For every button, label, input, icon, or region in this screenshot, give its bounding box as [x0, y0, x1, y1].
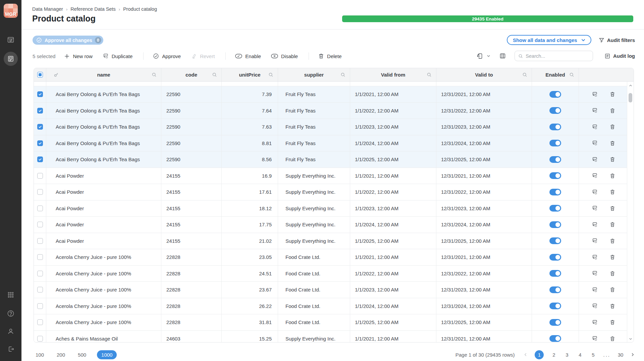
approve-all-changes-button[interactable]: Approve all changes 0	[33, 36, 103, 45]
duplicate-row-icon[interactable]	[592, 222, 598, 228]
delete-row-icon[interactable]	[610, 156, 615, 162]
disable-button[interactable]: Disable	[271, 53, 298, 59]
row-checkbox[interactable]	[37, 336, 43, 342]
new-row-button[interactable]: New row	[64, 53, 92, 59]
delete-row-icon[interactable]	[610, 173, 615, 179]
enabled-toggle[interactable]	[549, 189, 561, 195]
row-checkbox[interactable]	[37, 91, 43, 97]
page-size-button[interactable]: 500	[76, 350, 88, 359]
reference-data-sets-icon[interactable]	[7, 36, 15, 44]
row-checkbox[interactable]	[37, 173, 43, 179]
duplicate-row-icon[interactable]	[592, 238, 598, 244]
breadcrumb-reference-data-sets[interactable]: Reference Data Sets	[70, 6, 116, 12]
row-checkbox[interactable]	[37, 319, 43, 325]
duplicate-button[interactable]: Duplicate	[103, 53, 133, 59]
vertical-scrollbar[interactable]	[627, 82, 634, 343]
row-checkbox[interactable]	[37, 108, 43, 114]
table-row[interactable]: Acerola Cherry Juice - pure 100% 22828 2…	[34, 282, 628, 298]
duplicate-row-icon[interactable]	[592, 254, 598, 260]
enabled-toggle[interactable]	[549, 172, 561, 179]
delete-row-icon[interactable]	[610, 303, 615, 309]
apps-grid-icon[interactable]	[7, 291, 14, 299]
delete-row-icon[interactable]	[610, 222, 615, 227]
delete-row-icon[interactable]	[610, 108, 615, 114]
delete-row-icon[interactable]	[610, 287, 615, 292]
row-checkbox[interactable]	[37, 287, 43, 292]
delete-row-icon[interactable]	[610, 254, 615, 260]
row-checkbox[interactable]	[37, 222, 43, 227]
delete-row-icon[interactable]	[610, 124, 615, 130]
enabled-toggle[interactable]	[549, 221, 561, 228]
row-checkbox[interactable]	[37, 156, 43, 162]
page-number-button[interactable]: 2	[551, 350, 557, 359]
show-all-data-dropdown[interactable]: Show all data and changes	[507, 35, 591, 45]
column-header-valid-to[interactable]: Valid to	[436, 68, 532, 81]
enabled-toggle[interactable]	[549, 286, 561, 293]
row-checkbox[interactable]	[37, 271, 43, 276]
page-size-button[interactable]: 200	[55, 350, 67, 359]
page-number-button[interactable]: ...	[603, 350, 610, 359]
page-size-button[interactable]: 1000	[97, 350, 117, 359]
duplicate-row-icon[interactable]	[592, 335, 598, 342]
delete-button[interactable]: Delete	[318, 53, 341, 59]
table-row[interactable]: Acai Powder 24155 18.12 Supply Everythin…	[34, 200, 628, 217]
search-input[interactable]	[526, 53, 589, 59]
next-page-button[interactable]	[630, 352, 635, 357]
export-button[interactable]	[476, 53, 483, 59]
delete-row-icon[interactable]	[610, 238, 615, 244]
duplicate-row-icon[interactable]	[592, 270, 598, 276]
columns-button[interactable]	[499, 53, 506, 59]
revert-button[interactable]: Revert	[191, 53, 215, 59]
scroll-down-arrow[interactable]	[629, 337, 633, 341]
page-number-button[interactable]: 5	[590, 350, 596, 359]
column-search-icon[interactable]	[427, 72, 432, 77]
delete-row-icon[interactable]	[610, 206, 615, 211]
table-row[interactable]: Acai Berry Oolong & Pu'Erh Tea Bags 2259…	[34, 135, 628, 152]
app-logo[interactable]: MGR	[4, 4, 18, 18]
delete-row-icon[interactable]	[610, 336, 615, 342]
duplicate-row-icon[interactable]	[592, 156, 598, 163]
row-checkbox[interactable]	[37, 254, 43, 260]
enable-button[interactable]: Enable	[235, 53, 261, 59]
enabled-toggle[interactable]	[549, 156, 561, 163]
audit-filters-button[interactable]: Audit filters	[599, 37, 635, 43]
duplicate-row-icon[interactable]	[592, 189, 598, 195]
duplicate-row-icon[interactable]	[592, 173, 598, 179]
table-row[interactable]: Acai Powder 24155 17.61 Supply Everythin…	[34, 184, 628, 200]
column-header-unitprice[interactable]: unitPrice	[222, 68, 278, 81]
column-search-icon[interactable]	[522, 72, 527, 77]
prev-page-button[interactable]	[523, 352, 528, 357]
duplicate-row-icon[interactable]	[592, 91, 598, 97]
duplicate-row-icon[interactable]	[592, 140, 598, 146]
column-search-icon[interactable]	[340, 72, 345, 77]
enabled-toggle[interactable]	[549, 91, 561, 98]
row-checkbox[interactable]	[37, 140, 43, 146]
enabled-toggle[interactable]	[549, 303, 561, 309]
catalog-icon[interactable]	[4, 52, 18, 66]
header-select-all[interactable]	[34, 68, 46, 81]
enabled-toggle[interactable]	[549, 319, 561, 326]
page-number-button[interactable]: 3	[564, 350, 570, 359]
enabled-toggle[interactable]	[549, 254, 561, 261]
enabled-toggle[interactable]	[549, 140, 561, 146]
breadcrumb-data-manager[interactable]: Data Manager	[32, 6, 63, 12]
page-number-button[interactable]: 4	[577, 350, 583, 359]
table-row[interactable]: Acai Berry Oolong & Pu'Erh Tea Bags 2259…	[34, 151, 628, 168]
audit-log-button[interactable]: Audit log	[604, 53, 635, 59]
logout-icon[interactable]	[7, 345, 15, 353]
row-checkbox[interactable]	[37, 238, 43, 244]
delete-row-icon[interactable]	[610, 271, 615, 276]
table-row[interactable]: Acai Berry Oolong & Pu'Erh Tea Bags 2259…	[34, 119, 628, 135]
page-size-button[interactable]: 100	[34, 350, 46, 359]
delete-row-icon[interactable]	[610, 319, 615, 325]
table-row[interactable]: Acai Powder 24155 16.9 Supply Everything…	[34, 168, 628, 184]
table-row[interactable]: Acerola Cherry Juice - pure 100% 22828 3…	[34, 314, 628, 331]
row-checkbox[interactable]	[37, 124, 43, 130]
page-number-button[interactable]: 30	[618, 350, 624, 359]
table-row[interactable]: Aches & Pains Massage Oil 24603 15.25 Su…	[34, 331, 628, 343]
column-header-supplier[interactable]: supplier	[278, 68, 350, 81]
select-all-checkbox[interactable]	[37, 72, 43, 78]
column-search-icon[interactable]	[152, 72, 157, 77]
page-number-button[interactable]: 1	[535, 350, 544, 359]
table-row[interactable]: Acerola Cherry Juice - pure 100% 22828 2…	[34, 266, 628, 282]
